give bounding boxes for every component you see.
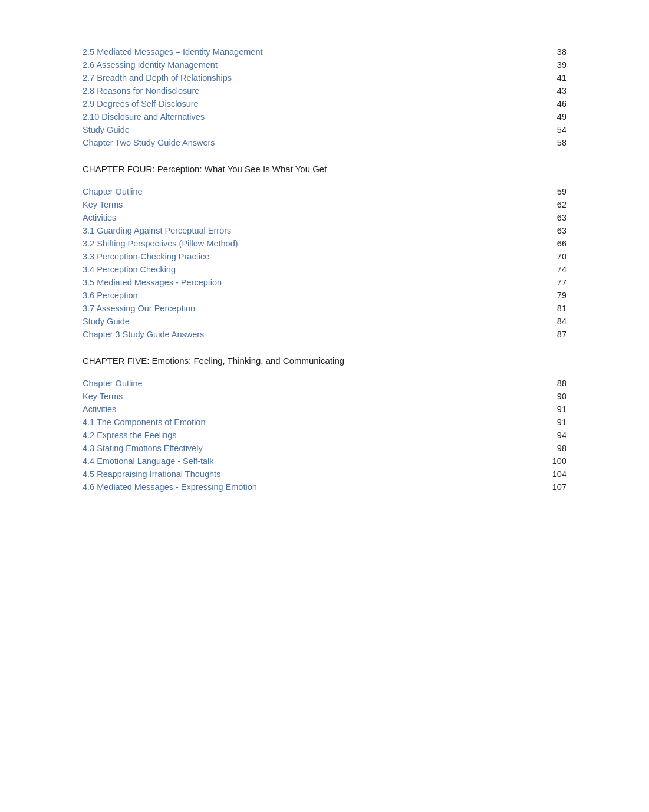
toc-entry: 2.9 Degrees of Self-Disclosure46 — [83, 99, 566, 109]
toc-entry-page: 63 — [549, 213, 566, 222]
toc-entry-label: 2.5 Mediated Messages – Identity Managem… — [83, 47, 537, 57]
toc-entry: Chapter Outline88 — [83, 379, 566, 388]
toc-entry-label: Chapter 3 Study Guide Answers — [83, 330, 537, 339]
toc-entry: 4.2 Express the Feelings94 — [83, 430, 566, 440]
toc-entry-label: Activities — [83, 213, 537, 222]
toc-entry: Activities63 — [83, 213, 566, 222]
toc-entry-label: Activities — [83, 405, 537, 414]
toc-entry-label: 4.2 Express the Feelings — [83, 430, 537, 440]
toc-entry: 4.5 Reappraising Irrational Thoughts104 — [83, 469, 566, 479]
toc-entry-label: 4.6 Mediated Messages - Expressing Emoti… — [83, 482, 537, 492]
toc-entry-page: 49 — [549, 112, 566, 121]
toc-entry-page: 100 — [549, 456, 566, 466]
toc-entry-page: 43 — [549, 86, 566, 96]
toc-entry-page: 88 — [549, 379, 566, 388]
toc-entry: 2.8 Reasons for Nondisclosure43 — [83, 86, 566, 96]
toc-entry: Chapter Two Study Guide Answers58 — [83, 138, 566, 147]
toc-entry-page: 59 — [549, 187, 566, 196]
toc-entry-label: 3.3 Perception-Checking Practice — [83, 252, 537, 261]
toc-entry-page: 90 — [549, 392, 566, 401]
toc-entry-label: 3.6 Perception — [83, 291, 537, 300]
toc-entry-page: 77 — [549, 278, 566, 287]
toc-entry-page: 107 — [549, 482, 566, 492]
toc-entry-label: 2.10 Disclosure and Alternatives — [83, 112, 537, 121]
toc-entry: 3.3 Perception-Checking Practice70 — [83, 252, 566, 261]
toc-entry-page: 62 — [549, 200, 566, 209]
toc-entry-label: 3.4 Perception Checking — [83, 265, 537, 274]
toc-container: 2.5 Mediated Messages – Identity Managem… — [83, 47, 566, 492]
toc-entry-label: Key Terms — [83, 200, 537, 209]
toc-entry-page: 38 — [549, 47, 566, 57]
toc-entry-label: Study Guide — [83, 125, 537, 134]
toc-entry: 3.2 Shifting Perspectives (Pillow Method… — [83, 239, 566, 248]
toc-entry: 4.6 Mediated Messages - Expressing Emoti… — [83, 482, 566, 492]
toc-entry: 3.7 Assessing Our Perception81 — [83, 304, 566, 313]
toc-entry: Chapter 3 Study Guide Answers87 — [83, 330, 566, 339]
toc-entry-page: 41 — [549, 73, 566, 83]
toc-entry: Key Terms62 — [83, 200, 566, 209]
toc-entry-page: 91 — [549, 405, 566, 414]
toc-entry-label: 3.1 Guarding Against Perceptual Errors — [83, 226, 537, 235]
toc-entry-label: 4.4 Emotional Language - Self-talk — [83, 456, 537, 466]
toc-entry-label: 2.7 Breadth and Depth of Relationships — [83, 73, 537, 83]
toc-entry: Study Guide84 — [83, 317, 566, 326]
toc-entry-label: Study Guide — [83, 317, 537, 326]
toc-entry: 2.10 Disclosure and Alternatives49 — [83, 112, 566, 121]
toc-entry-label: Chapter Outline — [83, 187, 537, 196]
toc-entry-page: 54 — [549, 125, 566, 134]
toc-entry: Key Terms90 — [83, 392, 566, 401]
toc-entry-label: 4.1 The Components of Emotion — [83, 417, 537, 427]
toc-entry-label: 3.2 Shifting Perspectives (Pillow Method… — [83, 239, 537, 248]
toc-entry: 2.7 Breadth and Depth of Relationships41 — [83, 73, 566, 83]
toc-entry-page: 98 — [549, 443, 566, 453]
toc-entry-page: 74 — [549, 265, 566, 274]
toc-entry: 3.4 Perception Checking74 — [83, 265, 566, 274]
toc-entry-page: 70 — [549, 252, 566, 261]
toc-entry: 3.6 Perception79 — [83, 291, 566, 300]
toc-entry: Activities91 — [83, 405, 566, 414]
toc-entry: 4.1 The Components of Emotion91 — [83, 417, 566, 427]
toc-entry-page: 87 — [549, 330, 566, 339]
toc-entry: 3.5 Mediated Messages - Perception77 — [83, 278, 566, 287]
toc-section-chapter-five: CHAPTER FIVE: Emotions: Feeling, Thinkin… — [83, 356, 566, 492]
toc-entry-label: Key Terms — [83, 392, 537, 401]
toc-entry: Study Guide54 — [83, 125, 566, 134]
toc-entry-label: 2.6 Assessing Identity Management — [83, 60, 537, 70]
toc-entry-label: Chapter Two Study Guide Answers — [83, 138, 537, 147]
toc-entry-label: 2.9 Degrees of Self-Disclosure — [83, 99, 537, 109]
toc-entry-page: 63 — [549, 226, 566, 235]
toc-entry-label: 2.8 Reasons for Nondisclosure — [83, 86, 537, 96]
toc-entry: 4.4 Emotional Language - Self-talk100 — [83, 456, 566, 466]
toc-entry-page: 66 — [549, 239, 566, 248]
toc-entry-page: 39 — [549, 60, 566, 70]
chapter-heading-chapter-four: CHAPTER FOUR: Perception: What You See I… — [83, 164, 566, 174]
chapter-heading-chapter-five: CHAPTER FIVE: Emotions: Feeling, Thinkin… — [83, 356, 566, 366]
toc-entry-page: 79 — [549, 291, 566, 300]
toc-entry-page: 94 — [549, 430, 566, 440]
toc-entry: 2.6 Assessing Identity Management39 — [83, 60, 566, 70]
toc-entry: 2.5 Mediated Messages – Identity Managem… — [83, 47, 566, 57]
toc-section-chapter-two-entries: 2.5 Mediated Messages – Identity Managem… — [83, 47, 566, 147]
toc-entry-label: 4.5 Reappraising Irrational Thoughts — [83, 469, 537, 479]
toc-entry: 3.1 Guarding Against Perceptual Errors63 — [83, 226, 566, 235]
toc-entry-page: 104 — [549, 469, 566, 479]
toc-entry-label: Chapter Outline — [83, 379, 537, 388]
toc-entry-label: 4.3 Stating Emotions Effectively — [83, 443, 537, 453]
toc-entry: Chapter Outline59 — [83, 187, 566, 196]
toc-entry-label: 3.7 Assessing Our Perception — [83, 304, 537, 313]
toc-entry-page: 58 — [549, 138, 566, 147]
toc-section-chapter-four: CHAPTER FOUR: Perception: What You See I… — [83, 164, 566, 339]
toc-entry-page: 81 — [549, 304, 566, 313]
toc-entry-label: 3.5 Mediated Messages - Perception — [83, 278, 537, 287]
toc-entry-page: 46 — [549, 99, 566, 109]
toc-entry-page: 84 — [549, 317, 566, 326]
toc-entry-page: 91 — [549, 417, 566, 427]
toc-entry: 4.3 Stating Emotions Effectively98 — [83, 443, 566, 453]
